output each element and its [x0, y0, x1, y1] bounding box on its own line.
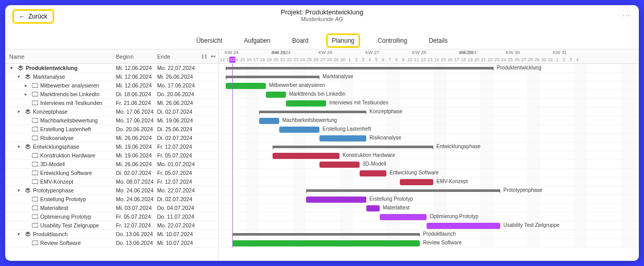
timeline-day: 17 — [252, 57, 259, 62]
task-bar[interactable] — [266, 92, 286, 98]
svg-rect-6 — [32, 153, 38, 157]
task-bar[interactable] — [273, 153, 340, 159]
table-row[interactable]: ▾MarktanalyseMi. 12.06.2024Mi. 26.06.202… — [5, 73, 218, 81]
task-end: Di. 02.07.2024 — [157, 135, 198, 141]
task-name: Erstellung Lastenheft — [40, 126, 91, 132]
split-view-icon[interactable]: ⫿⫿ — [201, 53, 208, 60]
chevron-down-icon[interactable]: ▸ — [25, 92, 30, 97]
timeline-header: KW 24Jun 2024KW 25KW 26KW 27KW 28Jul 202… — [219, 49, 639, 64]
table-row[interactable]: MachbarkeitsbewertungMo. 17.06.2024Mi. 1… — [5, 116, 218, 125]
table-row[interactable]: ▾PrototypenphaseMo. 24.06.2024Mo. 22.07.… — [5, 186, 218, 195]
timeline-day: 17 — [453, 57, 460, 62]
gantt-row: Entwicklungsphase — [219, 143, 639, 151]
chevron-down-icon[interactable]: ▾ — [18, 74, 23, 79]
task-bar[interactable] — [259, 118, 279, 124]
collapse-icon[interactable]: ↤ — [211, 53, 215, 60]
bar-label: Marktanalyse — [323, 74, 353, 79]
timeline-day: 8 — [393, 57, 400, 62]
task-bar[interactable] — [380, 214, 427, 220]
task-bar[interactable] — [286, 100, 326, 107]
table-row[interactable]: Optimierung PrototypFr. 05.07.2024Do. 11… — [5, 212, 218, 221]
task-bar[interactable] — [400, 179, 433, 185]
summary-bar[interactable] — [273, 146, 433, 148]
gantt-row: Konstruktion Hardware — [219, 151, 639, 160]
task-bar[interactable] — [427, 223, 500, 229]
summary-bar[interactable] — [306, 189, 500, 192]
task-bar[interactable] — [319, 135, 366, 141]
timeline-day: 2 — [353, 57, 360, 62]
task-name: EMV-Konzept — [40, 179, 73, 185]
today-marker: 13 — [229, 57, 235, 63]
tab-details[interactable]: Details — [425, 35, 452, 46]
timeline-day: 25 — [306, 57, 313, 62]
back-button[interactable]: ← Zurück — [12, 9, 54, 24]
task-bar[interactable] — [319, 162, 360, 168]
task-begin: Di. 18.06.2024 — [116, 91, 157, 97]
gantt-chart[interactable]: KW 24Jun 2024KW 25KW 26KW 27KW 28Jul 202… — [219, 49, 639, 261]
summary-bar[interactable] — [226, 67, 494, 69]
bar-label: Produktentwicklung — [497, 65, 541, 70]
timeline-day: 20 — [473, 57, 480, 62]
svg-rect-7 — [32, 162, 38, 166]
tab-controlling[interactable]: Controlling — [374, 35, 411, 46]
timeline-day: 30 — [340, 57, 346, 62]
task-begin: Di. 02.07.2024 — [116, 170, 157, 176]
table-row[interactable]: Entwicklung SoftwareDi. 02.07.2024Fr. 05… — [5, 169, 218, 178]
task-begin: Mi. 03.07.2024 — [116, 205, 157, 211]
task-bar[interactable] — [360, 170, 386, 176]
gantt-row: Usability Test Zielgruppe — [219, 221, 639, 230]
table-row[interactable]: Erstellung LastenheftDo. 20.06.2024Di. 2… — [5, 125, 218, 134]
chevron-down-icon[interactable]: ▾ — [18, 188, 23, 193]
table-row[interactable]: ▸Mitbewerber analysierenMi. 12.06.2024Mo… — [5, 81, 218, 90]
col-end[interactable]: Ende — [157, 54, 198, 60]
task-bar[interactable] — [226, 83, 266, 89]
table-row[interactable]: Usability Test ZielgruppeFr. 12.07.2024M… — [5, 221, 218, 230]
task-begin: Mi. 12.06.2024 — [116, 74, 157, 80]
arrow-left-icon: ← — [19, 13, 25, 20]
chevron-down-icon[interactable]: ▾ — [18, 109, 23, 114]
tab-board[interactable]: Board — [288, 35, 313, 46]
table-row[interactable]: EMV-KonzeptMo. 08.07.2024Fr. 12.07.2024 — [5, 178, 218, 186]
summary-bar[interactable] — [259, 111, 366, 113]
gantt-row: Produktentwicklung — [219, 64, 639, 73]
chevron-down-icon[interactable]: ▾ — [18, 232, 23, 237]
task-begin: Fr. 05.07.2024 — [116, 214, 157, 220]
summary-bar[interactable] — [232, 233, 420, 236]
summary-bar[interactable] — [226, 76, 319, 78]
table-row[interactable]: Erstellung PrototypMo. 24.06.2024Di. 02.… — [5, 195, 218, 204]
plan-icon — [25, 74, 31, 79]
task-end: Mo. 22.07.2024 — [157, 222, 198, 228]
tab-aufgaben[interactable]: Aufgaben — [240, 35, 275, 46]
table-row[interactable]: Interviews mit TestkundenFr. 21.06.2024M… — [5, 99, 218, 108]
tab-planung[interactable]: Planung — [326, 33, 360, 48]
chevron-down-icon[interactable]: ▾ — [18, 144, 23, 149]
header-center: Projekt: Produktentwicklung Musterkunde … — [5, 5, 639, 22]
table-row[interactable]: ▸Markttrends bei LinkedInDi. 18.06.2024D… — [5, 90, 218, 99]
task-bar[interactable] — [279, 127, 319, 133]
chevron-down-icon[interactable]: ▸ — [25, 83, 30, 88]
timeline-day: 19 — [467, 57, 473, 62]
bar-label: Entwicklungsphase — [436, 144, 481, 149]
col-begin[interactable]: Beginn — [116, 54, 157, 60]
col-name[interactable]: Name — [5, 54, 116, 60]
table-row[interactable]: ▾ProduktlaunchDo. 13.06.2024Mi. 10.07.20… — [5, 230, 218, 239]
table-row[interactable]: MaterialtestMi. 03.07.2024Do. 04.07.2024 — [5, 204, 218, 212]
svg-rect-12 — [32, 215, 38, 219]
task-bar[interactable] — [232, 240, 420, 246]
tab-übersicht[interactable]: Übersicht — [192, 35, 227, 46]
task-begin: Mi. 12.06.2024 — [116, 82, 157, 88]
task-bar[interactable] — [306, 197, 366, 203]
bar-label: 3D-Modell — [363, 161, 386, 167]
table-row[interactable]: Konstruktion HardwareMi. 19.06.2024Fr. 0… — [5, 151, 218, 160]
table-row[interactable]: ▾EntwicklungsphaseMi. 19.06.2024Fr. 12.0… — [5, 143, 218, 151]
svg-rect-5 — [32, 136, 38, 140]
table-row[interactable]: Review SoftwareDo. 13.06.2024Mi. 10.07.2… — [5, 239, 218, 247]
timeline-day: 28 — [326, 57, 333, 62]
table-row[interactable]: ▾ProduktentwicklungMi. 12.06.2024Mo. 22.… — [5, 64, 218, 73]
table-row[interactable]: RisikoanalyseMi. 26.06.2024Di. 02.07.202… — [5, 134, 218, 143]
menu-more-icon[interactable]: ··· — [623, 12, 631, 19]
task-bar[interactable] — [366, 205, 380, 211]
table-row[interactable]: 3D-ModellMi. 26.06.2024Mo. 01.07.2024 — [5, 160, 218, 169]
table-row[interactable]: ▾KonzeptphaseMo. 17.06.2024Di. 02.07.202… — [5, 108, 218, 116]
chevron-down-icon[interactable]: ▾ — [10, 65, 15, 70]
